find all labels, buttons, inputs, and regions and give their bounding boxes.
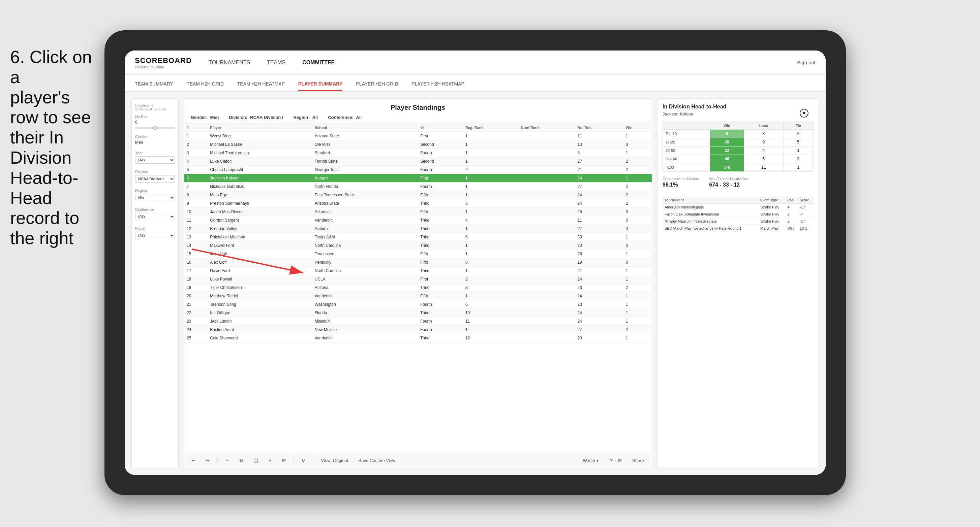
sidebar-conference: Conference (All) [135, 208, 175, 220]
cell-yr: Fifth [418, 292, 463, 300]
sub-nav-team-summary[interactable]: TEAM SUMMARY [135, 81, 173, 91]
cell-school: Auburn [312, 225, 418, 233]
top-nav: SCOREBOARD Powered by clippi TOURNAMENTS… [125, 51, 826, 75]
cell-player: Christo Lamprecht [207, 166, 312, 174]
h2h-row: 11-25 20 9 5 [663, 138, 813, 146]
cell-school: Auburn [312, 174, 418, 183]
table-row[interactable]: 19 Tiger Christensen Arizona Third 8 23 … [184, 284, 652, 292]
table-row[interactable]: 10 Jacob Moc Olesen Arkansas Fifth 1 25 … [184, 208, 652, 216]
nav-link-teams[interactable]: TEAMS [267, 58, 285, 67]
cell-player: Phichaksn Maichon [207, 233, 312, 241]
cell-player: Matthew Riedel [207, 292, 312, 300]
paste-icon[interactable]: 📋 [250, 457, 261, 464]
cell-num: 10 [184, 208, 207, 216]
cell-win: 0 [623, 216, 652, 225]
cell-school: Arizona State [312, 199, 418, 208]
cell-conf-rank [518, 199, 575, 208]
sub-nav-player-h2h-heatmap[interactable]: PLAYER H2H HEATMAP [412, 81, 465, 91]
sidebar-division-select[interactable]: NCAA Division I [135, 175, 175, 183]
sidebar-player-select[interactable]: (All) [135, 232, 175, 239]
table-row[interactable]: 12 Brendan Valles Auburn Third 1 27 0 [184, 225, 652, 233]
cell-no-rds: 21 [575, 166, 623, 174]
table-row[interactable]: 13 Phichaksn Maichon Texas A&M Third 6 3… [184, 233, 652, 241]
table-row[interactable]: 15 Jake Hall Tennessee Fifth 1 28 1 [184, 250, 652, 258]
table-row[interactable]: 17 David Ford North Carolina Third 1 21 … [184, 267, 652, 275]
t-pos: 4 [786, 204, 798, 211]
table-row[interactable]: 5 Christo Lamprecht Georgia Tech Fourth … [184, 166, 652, 174]
sub-nav-team-h2h-grid[interactable]: TEAM H2H GRID [187, 81, 224, 91]
h2h-title: In Division Head-to-Head [663, 104, 726, 110]
table-row[interactable]: 20 Matthew Riedel Vanderbilt Fifth 1 24 … [184, 292, 652, 300]
table-row[interactable]: 23 Jack Lundin Missouri Fourth 11 24 1 [184, 317, 652, 325]
cell-win: 0 [623, 140, 652, 149]
table-row[interactable]: 11 Gordon Sargent Vanderbilt Third 4 21 … [184, 216, 652, 225]
view-original-button[interactable]: View: Original [318, 457, 351, 464]
cell-win: 2 [623, 157, 652, 166]
filter-row: Gender: Men Division: NCAA Division I Re… [191, 115, 645, 120]
t-col-score: Score [798, 197, 813, 204]
cell-conf-rank [518, 216, 575, 225]
table-row[interactable]: 21 Taehoon Song Washington Fourth 6 23 1 [184, 300, 652, 309]
logo-area: SCOREBOARD Powered by clippi [135, 56, 192, 69]
tablet-screen: SCOREBOARD Powered by clippi TOURNAMENTS… [125, 51, 826, 475]
copy-icon[interactable]: ⧉ [237, 457, 245, 465]
table-row[interactable]: 4 Luke Claton Florida State Second 1 27 … [184, 157, 652, 166]
t-col-tournament: Tournament [663, 197, 758, 204]
filter-icon[interactable]: ⊞ [279, 457, 288, 464]
nav-link-tournaments[interactable]: TOURNAMENTS [208, 58, 250, 67]
h2h-title-area: In Division Head-to-Head Jackson Koivun [663, 104, 726, 122]
cell-reg-rank: 1 [463, 183, 518, 191]
undo-button[interactable]: ↩ [189, 457, 198, 464]
t-pos: 2 [786, 211, 798, 218]
sign-out-button[interactable]: Sign out [797, 60, 816, 65]
cell-win: 2 [623, 199, 652, 208]
redo-button[interactable]: ↪ [203, 457, 212, 464]
sub-nav-player-h2h-grid[interactable]: PLAYER H2H GRID [356, 81, 398, 91]
cell-yr: Fourth [418, 166, 463, 174]
tournament-row: Mirabel Maui Jim Intercollegiate Stroke … [663, 218, 813, 225]
share-button[interactable]: Share [630, 457, 647, 464]
cell-num: 17 [184, 267, 207, 275]
table-row[interactable]: 6 Jackson Koivun Auburn First 1 24 1 [184, 174, 652, 183]
cell-player: Maxwell Ford [207, 241, 312, 250]
sidebar-year: Year (All) [135, 151, 175, 163]
table-row[interactable]: 25 Cole Sherwood Vanderbilt Third 12 23 … [184, 334, 652, 343]
scissors-icon[interactable]: ✂ [223, 457, 232, 464]
table-row[interactable]: 22 Ian Gilligan Florida Third 10 24 1 [184, 309, 652, 317]
save-custom-button[interactable]: Save Custom View [356, 457, 398, 464]
table-row[interactable]: 18 Luke Powell UCLA First 2 24 1 [184, 275, 652, 284]
refresh-icon[interactable]: ↻ [299, 457, 308, 464]
cell-school: Arizona [312, 284, 418, 292]
cell-conf-rank [518, 325, 575, 334]
sidebar-gender: Gender Men [135, 135, 175, 145]
cell-no-rds: 25 [575, 208, 623, 216]
cell-conf-rank [518, 233, 575, 241]
sidebar-conference-select[interactable]: (All) [135, 213, 175, 220]
h2h-close-button[interactable]: ✕ [800, 109, 808, 117]
table-row[interactable]: 1 Wenyi Ding Arizona State First 1 11 1 [184, 132, 652, 140]
table-row[interactable]: 14 Maxwell Ford North Carolina Third 1 2… [184, 241, 652, 250]
sidebar-year-select[interactable]: (All) [135, 156, 175, 163]
table-row[interactable]: 8 Mats Ege East Tennessee State Fifth 1 … [184, 191, 652, 199]
plus-icon[interactable]: + [266, 457, 274, 464]
table-row[interactable]: 7 Nicholas Gabrelcik North Florida Fourt… [184, 183, 652, 191]
table-row[interactable]: 16 Alex Goff Kentucky Fifth 8 19 0 [184, 258, 652, 267]
h2h-tie: 2 [783, 130, 813, 138]
t-tournament: Fallon Oak Collegiate Invitational [663, 211, 758, 218]
watch-button[interactable]: Watch ▾ [580, 457, 601, 464]
sub-nav-player-summary[interactable]: PLAYER SUMMARY [298, 81, 342, 91]
sidebar-year-label: Year [135, 151, 175, 155]
table-row[interactable]: 9 Preston Summerhays Arizona State Third… [184, 199, 652, 208]
cell-reg-rank: 2 [463, 166, 518, 174]
h2h-loss: 4 [744, 146, 784, 155]
no-rds-slider[interactable] [135, 127, 175, 129]
cell-player: Nicholas Gabrelcik [207, 183, 312, 191]
cell-win: 1 [623, 149, 652, 157]
table-row[interactable]: 24 Bastien Amat New Mexico Fourth 1 27 2 [184, 325, 652, 334]
table-row[interactable]: 2 Michael La Sasse Ole Miss Second 1 10 … [184, 140, 652, 149]
sidebar-region-select[interactable]: N/a [135, 194, 175, 202]
nav-link-committee[interactable]: COMMITTEE [302, 58, 335, 67]
sub-nav-team-h2h-heatmap[interactable]: TEAM H2H HEATMAP [237, 81, 285, 91]
table-row[interactable]: 3 Michael Thorbjornsen Stanford Fourth 1… [184, 149, 652, 157]
cell-conf-rank [518, 132, 575, 140]
